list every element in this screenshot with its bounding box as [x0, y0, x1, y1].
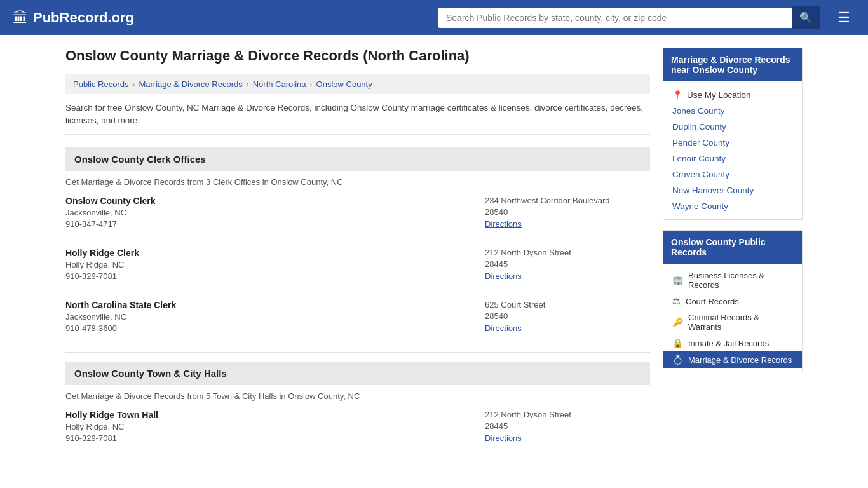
office-right: 625 Court Street 28540 Directions [485, 300, 650, 333]
office-address: 212 North Dyson Street [485, 410, 650, 419]
rec-icon: 🔒 [672, 338, 683, 348]
office-phone: 910-329-7081 [65, 433, 158, 443]
public-records-box: Onslow County Public Records 🏢 Business … [663, 230, 803, 372]
cityhall-section-sub: Get Marriage & Divorce Records from 5 To… [65, 391, 650, 401]
office-entry: Holly Ridge Town Hall Holly Ridge, NC 91… [65, 410, 650, 449]
section-divider-1 [65, 352, 650, 353]
office-right: 234 Northwest Corridor Boulevard 28540 D… [485, 196, 650, 229]
office-left: Onslow County Clerk Jacksonville, NC 910… [65, 196, 156, 229]
office-zip: 28445 [485, 259, 650, 269]
pub-record-item[interactable]: 🔒 Inmate & Jail Records [663, 335, 802, 351]
breadcrumb-public-records[interactable]: Public Records [73, 79, 128, 89]
pub-record-link[interactable]: Marriage & Divorce Records [688, 355, 792, 365]
pub-record-item[interactable]: 🏢 Business Licenses & Records [663, 268, 802, 293]
office-phone: 910-478-3600 [65, 323, 176, 333]
office-right: 212 North Dyson Street 28445 Directions [485, 248, 650, 281]
office-entry: Holly Ridge Clerk Holly Ridge, NC 910-32… [65, 248, 650, 287]
use-location-label: Use My Location [687, 90, 751, 100]
office-zip: 28540 [485, 207, 650, 217]
nearby-county-item: Pender County [663, 135, 802, 151]
office-name: Holly Ridge Clerk [65, 248, 139, 258]
clerk-offices-list: Onslow County Clerk Jacksonville, NC 910… [65, 196, 650, 339]
office-zip: 28445 [485, 421, 650, 431]
directions-link[interactable]: Directions [485, 433, 522, 443]
breadcrumb-sep-1: › [132, 80, 135, 89]
directions-link[interactable]: Directions [485, 219, 522, 229]
nearby-county-item: New Hanover County [663, 182, 802, 198]
directions-link[interactable]: Directions [485, 271, 522, 281]
menu-button[interactable]: ☰ [832, 7, 855, 29]
office-phone: 910-347-4717 [65, 219, 156, 229]
nearby-county-link[interactable]: New Hanover County [672, 186, 754, 195]
nearby-county-item: Duplin County [663, 119, 802, 135]
directions-link[interactable]: Directions [485, 323, 522, 333]
nearby-county-link[interactable]: Wayne County [672, 201, 728, 211]
logo-link[interactable]: 🏛 PubRecord.org [13, 9, 134, 27]
pub-record-link[interactable]: Business Licenses & Records [688, 271, 793, 290]
office-address: 625 Court Street [485, 300, 650, 309]
office-city: Jacksonville, NC [65, 208, 156, 217]
office-name: Holly Ridge Town Hall [65, 410, 158, 420]
office-city: Jacksonville, NC [65, 312, 176, 322]
breadcrumb-marriage-divorce[interactable]: Marriage & Divorce Records [139, 79, 242, 89]
office-name: Onslow County Clerk [65, 196, 156, 206]
cityhall-offices-list: Holly Ridge Town Hall Holly Ridge, NC 91… [65, 410, 650, 449]
office-city: Holly Ridge, NC [65, 422, 158, 431]
office-left: Holly Ridge Town Hall Holly Ridge, NC 91… [65, 410, 158, 443]
breadcrumb: Public Records › Marriage & Divorce Reco… [65, 74, 650, 94]
nearby-counties: Jones CountyDuplin CountyPender CountyLe… [663, 103, 802, 214]
rec-icon: 🔑 [672, 317, 683, 327]
logo-icon: 🏛 [13, 9, 28, 27]
page-title: Onslow County Marriage & Divorce Records… [65, 48, 650, 64]
office-name: North Carolina State Clerk [65, 300, 176, 310]
office-right: 212 North Dyson Street 28445 Directions [485, 410, 650, 443]
use-location-item[interactable]: 📍 Use My Location [663, 86, 802, 103]
nearby-county-item: Jones County [663, 103, 802, 119]
page-description: Search for free Onslow County, NC Marria… [65, 102, 650, 135]
office-address: 234 Northwest Corridor Boulevard [485, 196, 650, 205]
search-button[interactable]: 🔍 [792, 6, 820, 29]
nearby-county-link[interactable]: Duplin County [672, 122, 726, 132]
search-input[interactable] [438, 8, 792, 28]
pub-record-item[interactable]: ⚖ Court Records [663, 293, 802, 309]
office-zip: 28540 [485, 311, 650, 321]
main-content: Onslow County Marriage & Divorce Records… [65, 48, 650, 462]
rec-icon: 💍 [672, 355, 683, 365]
nearby-county-item: Craven County [663, 166, 802, 182]
pub-record-link[interactable]: Court Records [686, 297, 739, 306]
pub-record-link[interactable]: Inmate & Jail Records [688, 339, 769, 348]
breadcrumb-onslow-county[interactable]: Onslow County [316, 79, 372, 89]
pub-record-item[interactable]: 🔑 Criminal Records & Warrants [663, 309, 802, 335]
main-container: Onslow County Marriage & Divorce Records… [53, 35, 815, 475]
search-bar: 🔍 [438, 6, 820, 29]
public-records-header: Onslow County Public Records [663, 231, 802, 264]
office-left: Holly Ridge Clerk Holly Ridge, NC 910-32… [65, 248, 139, 281]
nearby-box: Marriage & Divorce Records near Onslow C… [663, 48, 803, 220]
site-header: 🏛 PubRecord.org 🔍 ☰ [0, 0, 868, 35]
nearby-county-link[interactable]: Craven County [672, 170, 729, 179]
breadcrumb-north-carolina[interactable]: North Carolina [253, 79, 306, 89]
rec-icon: ⚖ [672, 296, 681, 306]
nearby-county-link[interactable]: Pender County [672, 138, 729, 147]
breadcrumb-sep-2: › [247, 80, 249, 89]
pub-record-link[interactable]: Criminal Records & Warrants [688, 313, 793, 332]
clerk-section-sub: Get Marriage & Divorce Records from 3 Cl… [65, 177, 650, 187]
nearby-list: 📍 Use My Location Jones CountyDuplin Cou… [663, 81, 802, 219]
nearby-county-link[interactable]: Jones County [672, 106, 725, 116]
logo-text: PubRecord.org [33, 10, 134, 26]
office-phone: 910-329-7081 [65, 271, 139, 281]
nearby-county-link[interactable]: Lenoir County [672, 154, 726, 163]
office-left: North Carolina State Clerk Jacksonville,… [65, 300, 176, 333]
cityhall-section-header: Onslow County Town & City Halls [65, 362, 650, 385]
breadcrumb-sep-3: › [310, 80, 313, 89]
pub-record-item[interactable]: 💍 Marriage & Divorce Records [663, 351, 802, 368]
office-entry: Onslow County Clerk Jacksonville, NC 910… [65, 196, 650, 235]
office-city: Holly Ridge, NC [65, 260, 139, 269]
rec-icon: 🏢 [672, 275, 683, 285]
office-address: 212 North Dyson Street [485, 248, 650, 257]
clerk-section-header: Onslow County Clerk Offices [65, 147, 650, 171]
nearby-header: Marriage & Divorce Records near Onslow C… [663, 48, 802, 81]
nearby-county-item: Wayne County [663, 198, 802, 214]
nearby-county-item: Lenoir County [663, 151, 802, 166]
sidebar: Marriage & Divorce Records near Onslow C… [663, 48, 803, 462]
